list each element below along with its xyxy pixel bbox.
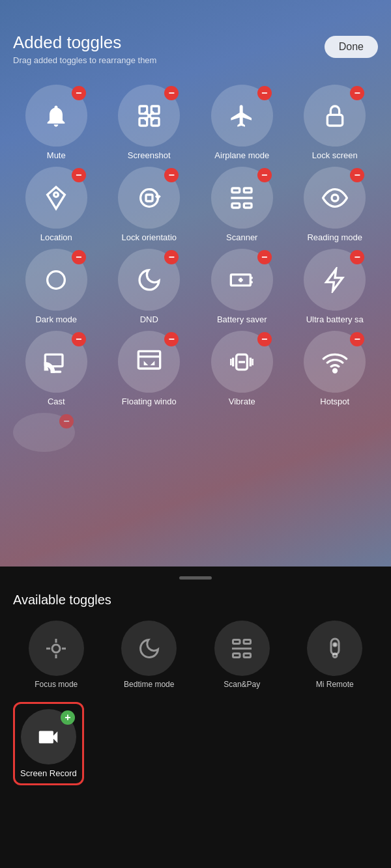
toggle-item-dark-mode[interactable]: − Dark mode <box>13 249 100 324</box>
orientation-icon <box>136 185 162 211</box>
available-item-focus-mode[interactable]: Focus mode <box>13 621 100 689</box>
toggle-label-floating-window: Floating windo <box>122 397 177 406</box>
add-badge-screen-record: + <box>61 710 75 725</box>
remove-badge-airplane[interactable]: − <box>257 86 272 100</box>
svg-rect-24 <box>138 351 160 369</box>
svg-rect-40 <box>244 639 251 643</box>
available-circle-mi-remote <box>307 621 362 676</box>
remove-badge-ultra-battery[interactable]: − <box>350 250 364 264</box>
screen-record-wrapper[interactable]: + Screen Record <box>13 702 84 785</box>
svg-rect-10 <box>232 188 240 193</box>
remove-badge-partial[interactable]: − <box>59 414 74 428</box>
available-item-mi-remote[interactable]: Mi Remote <box>292 621 379 689</box>
toggle-item-floating-window[interactable]: − Floating windo <box>106 331 193 406</box>
remove-badge-floating-window[interactable]: − <box>164 332 179 346</box>
toggle-item-lock-orientation[interactable]: − Lock orientatio <box>106 167 193 242</box>
toggle-item-location[interactable]: − Location <box>13 167 100 242</box>
remove-badge-dark-mode[interactable]: − <box>72 250 86 264</box>
toggle-circle-dnd: − <box>118 249 180 311</box>
toggle-item-vibrate[interactable]: − Vibrate <box>199 331 285 406</box>
toggle-circle-partial: − <box>13 413 75 452</box>
toggle-item-screenshot[interactable]: − Screenshot <box>106 85 193 160</box>
svg-rect-9 <box>146 195 152 201</box>
svg-point-16 <box>48 271 65 288</box>
location-icon <box>43 185 69 211</box>
available-item-bedtime-mode[interactable]: Bedtime mode <box>106 621 193 689</box>
toggle-circle-vibrate: − <box>211 331 273 393</box>
available-section-title: Available toggles <box>13 593 378 608</box>
toggle-label-lock-orientation: Lock orientatio <box>121 232 177 242</box>
toggle-label-location: Location <box>40 232 72 242</box>
remove-badge-lock-orientation[interactable]: − <box>164 168 179 182</box>
toggle-item-hotspot[interactable]: − Hotspot <box>292 331 379 406</box>
toggle-item-mute[interactable]: − Mute <box>13 85 100 160</box>
header: Added toggles Drag added toggles to rear… <box>13 0 378 78</box>
toggle-label-ultra-battery: Ultra battery sa <box>306 315 364 324</box>
toggle-label-cast: Cast <box>48 397 65 406</box>
header-text: Added toggles Drag added toggles to rear… <box>13 33 156 65</box>
page-title: Added toggles <box>13 33 156 53</box>
svg-rect-42 <box>244 653 251 657</box>
remove-badge-mute[interactable]: − <box>72 86 86 100</box>
svg-rect-13 <box>244 203 252 208</box>
svg-rect-39 <box>233 639 240 643</box>
toggle-item-lock-screen[interactable]: − Lock screen <box>292 85 379 160</box>
toggle-circle-airplane: − <box>211 85 273 147</box>
svg-rect-41 <box>233 653 240 657</box>
available-circle-bedtime-mode <box>121 621 177 676</box>
page-subtitle: Drag added toggles to rearrange them <box>13 55 156 65</box>
remove-badge-reading-mode[interactable]: − <box>350 168 364 182</box>
toggle-circle-scanner: − <box>211 167 273 229</box>
svg-point-15 <box>332 195 338 201</box>
toggle-item-reading-mode[interactable]: − Reading mode <box>292 167 379 242</box>
mi-remote-icon <box>323 637 347 660</box>
screen-record-item[interactable]: + Screen Record <box>20 709 77 778</box>
svg-point-7 <box>54 192 59 197</box>
toggle-item-scanner[interactable]: − Scanner <box>199 167 285 242</box>
available-circle-scan-pay <box>214 621 270 676</box>
remove-badge-scanner[interactable]: − <box>257 168 272 182</box>
bedtime-mode-icon <box>138 637 161 660</box>
hotspot-icon <box>322 349 348 375</box>
remove-badge-cast[interactable]: − <box>72 332 86 346</box>
toggle-circle-mute: − <box>25 85 87 147</box>
toggle-circle-lock-screen: − <box>304 85 366 147</box>
toggle-circle-screenshot: − <box>118 85 180 147</box>
remove-badge-location[interactable]: − <box>72 168 86 182</box>
battery-icon <box>229 267 255 293</box>
remove-badge-vibrate[interactable]: − <box>257 332 272 346</box>
toggle-item-partial[interactable]: − <box>13 413 75 452</box>
remove-badge-dnd[interactable]: − <box>164 250 179 264</box>
toggle-circle-hotspot: − <box>304 331 366 393</box>
toggle-label-screenshot: Screenshot <box>128 150 171 160</box>
toggle-label-vibrate: Vibrate <box>229 397 255 406</box>
available-item-scan-pay[interactable]: Scan&Pay <box>199 621 285 689</box>
svg-rect-11 <box>244 188 252 193</box>
vibrate-icon <box>229 349 255 375</box>
remove-badge-battery-saver[interactable]: − <box>257 250 272 264</box>
remove-badge-screenshot[interactable]: − <box>164 86 179 100</box>
toggle-circle-location: − <box>25 167 87 229</box>
toggle-item-ultra-battery[interactable]: − Ultra battery sa <box>292 249 379 324</box>
added-toggles-grid: − Mute − Screenshot <box>13 85 378 406</box>
toggle-item-dnd[interactable]: − DND <box>106 249 193 324</box>
bolt-icon <box>322 267 348 293</box>
toggle-label-reading-mode: Reading mode <box>307 232 362 242</box>
toggle-circle-ultra-battery: − <box>304 249 366 311</box>
toggle-label-scanner: Scanner <box>226 232 257 242</box>
toggle-circle-floating-window: − <box>118 331 180 393</box>
remove-badge-hotspot[interactable]: − <box>350 332 364 346</box>
toggle-item-cast[interactable]: − Cast <box>13 331 100 406</box>
done-button[interactable]: Done <box>325 36 378 58</box>
toggle-circle-dark-mode: − <box>25 249 87 311</box>
bell-icon <box>43 103 69 129</box>
screen-record-circle: + <box>21 709 76 764</box>
remove-badge-lock-screen[interactable]: − <box>350 86 364 100</box>
screen-record-icon <box>36 725 61 749</box>
available-label-mi-remote: Mi Remote <box>316 680 354 689</box>
eye-icon <box>322 185 348 211</box>
scan-pay-icon <box>230 637 253 660</box>
toggle-item-battery-saver[interactable]: − Battery saver <box>199 249 285 324</box>
toggle-item-airplane[interactable]: − Airplane mode <box>199 85 285 160</box>
drag-handle <box>179 576 212 580</box>
